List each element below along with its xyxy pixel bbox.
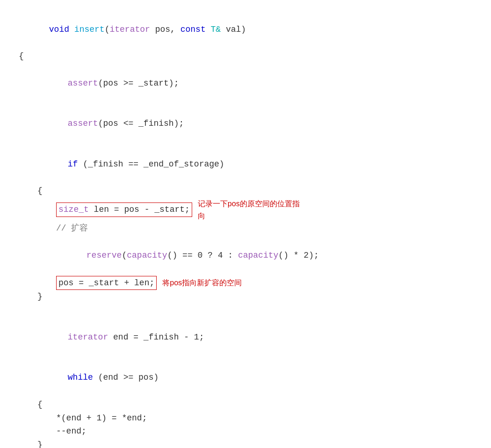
code-line-16: *(end + 1) = *end; xyxy=(19,412,477,425)
annotation-size-t: 记录一下pos的原空间的位置指向 xyxy=(198,198,300,222)
code-line-2: assert(pos >= _start); xyxy=(19,63,477,103)
code-line-8: reserve(capacity() == 0 ? 4 : capacity()… xyxy=(19,235,477,275)
code-line-4: if (_finish == _end_of_storage) xyxy=(19,144,477,184)
fn-reserve: reserve xyxy=(87,251,122,260)
code-line-3: assert(pos <= _finish); xyxy=(19,104,477,144)
code-container: void insert(iterator pos, const T& val) … xyxy=(14,9,477,448)
code-line-13: iterator end = _finish - 1; xyxy=(19,317,477,357)
fn-capacity1: capacity xyxy=(127,251,167,260)
code-line-17: --end; xyxy=(19,425,477,438)
code-line-7: // 扩容 xyxy=(19,222,477,235)
code-line-18: } xyxy=(19,438,477,448)
code-line-5: { xyxy=(19,184,477,198)
code-line-1: { xyxy=(19,50,477,63)
code-line-15: { xyxy=(19,398,477,412)
code-line-14: while (end >= pos) xyxy=(19,357,477,397)
code-line-11 xyxy=(19,303,477,317)
type-iterator2: iterator xyxy=(68,332,108,342)
type-iterator: iterator xyxy=(109,25,150,34)
keyword-assert2: assert xyxy=(68,119,98,128)
highlight-pos-line: pos = _start + len; xyxy=(56,276,157,290)
keyword-assert1: assert xyxy=(68,79,98,88)
type-size_t: size_t xyxy=(58,205,89,214)
highlight-size-t-line: size_t len = pos - _start; xyxy=(56,202,192,217)
type-T: T& xyxy=(211,25,221,34)
keyword-while: while xyxy=(68,373,93,382)
code-line-10: } xyxy=(19,290,477,303)
code-line-0: void insert(iterator pos, const T& val) xyxy=(19,9,477,50)
keyword-if: if xyxy=(68,159,78,169)
function-name: insert xyxy=(74,25,105,34)
fn-capacity2: capacity xyxy=(238,251,278,260)
keyword-const: const xyxy=(181,25,206,34)
code-line-9: pos = _start + len; 将pos指向新扩容的空间 xyxy=(19,276,477,290)
annotation-pos: 将pos指向新扩容的空间 xyxy=(162,277,242,289)
keyword-void: void xyxy=(49,25,69,34)
code-line-6: size_t len = pos - _start; 记录一下pos的原空间的位… xyxy=(19,198,477,222)
